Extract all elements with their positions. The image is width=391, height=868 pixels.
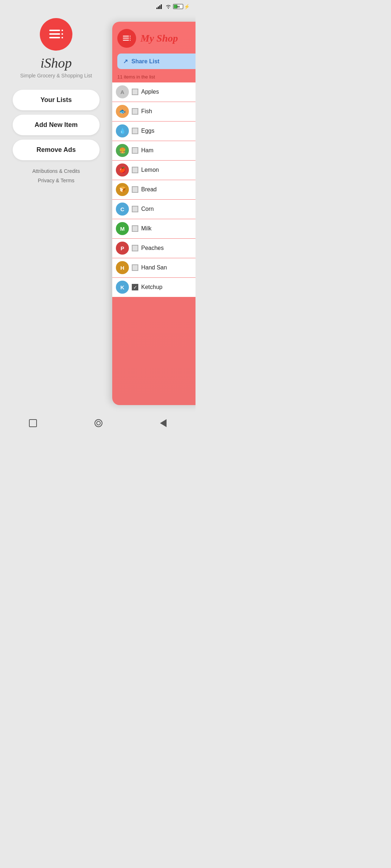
items-count: 11 items in the list <box>112 73 196 82</box>
list-icon <box>47 25 65 43</box>
nav-home-button[interactable] <box>94 419 102 427</box>
list-item[interactable]: 🐟Fish <box>112 102 196 121</box>
circle-icon <box>94 419 102 427</box>
svg-rect-8 <box>62 33 63 35</box>
item-avatar: 🍔 <box>116 144 129 157</box>
privacy-link[interactable]: Privacy & Terms <box>38 178 75 183</box>
svg-rect-4 <box>49 30 60 31</box>
list-item[interactable]: HHand San <box>112 258 196 277</box>
list-item[interactable]: CCorn <box>112 200 196 219</box>
svg-rect-14 <box>130 38 130 38</box>
list-item[interactable]: MMilk <box>112 219 196 238</box>
item-name: Ham <box>141 147 196 154</box>
svg-rect-12 <box>123 40 129 41</box>
item-checkbox[interactable] <box>132 186 138 193</box>
item-name: Milk <box>141 225 196 232</box>
list-item[interactable]: 🍎Lemon <box>112 161 196 180</box>
item-name: Lemon <box>141 167 196 173</box>
list-item[interactable]: 💧Eggs <box>112 122 196 141</box>
list-item[interactable]: PPeaches <box>112 239 196 258</box>
status-icons: 38 ⚡ <box>156 4 190 9</box>
battery-icon: 38 <box>173 4 183 9</box>
battery-container: 38 ⚡ <box>173 4 190 9</box>
item-name: Peaches <box>141 245 196 251</box>
item-avatar: 🐟 <box>116 105 129 118</box>
your-lists-button[interactable]: Your Lists <box>13 90 100 110</box>
list-item[interactable]: AApples <box>112 82 196 102</box>
list-item[interactable]: 🍞Bread <box>112 180 196 199</box>
right-panel: My Shop ↗ Share List 11 items in the lis… <box>112 22 196 405</box>
app-name: iShop <box>41 55 72 71</box>
item-name: Corn <box>141 206 196 212</box>
item-avatar: H <box>116 261 129 274</box>
list-item[interactable]: K✓Ketchup <box>112 278 196 297</box>
item-checkbox[interactable] <box>132 108 138 115</box>
svg-rect-6 <box>49 37 60 38</box>
wifi-icon <box>165 4 172 9</box>
svg-rect-7 <box>62 30 63 31</box>
item-checkbox[interactable]: ✓ <box>132 284 138 290</box>
item-checkbox[interactable] <box>132 147 138 154</box>
svg-rect-2 <box>159 5 160 9</box>
item-checkbox[interactable] <box>132 264 138 271</box>
item-avatar: 🍎 <box>116 163 129 176</box>
item-avatar: K <box>116 281 129 294</box>
item-checkbox[interactable] <box>132 128 138 134</box>
right-logo <box>117 29 136 48</box>
add-new-item-button[interactable]: Add New Item <box>13 115 100 135</box>
item-avatar: C <box>116 203 129 216</box>
right-title: My Shop <box>140 33 178 44</box>
nav-bar <box>0 412 196 434</box>
item-name: Eggs <box>141 128 196 134</box>
item-name: Hand San <box>141 264 196 271</box>
triangle-icon <box>160 419 167 427</box>
item-name: Apples <box>141 89 196 95</box>
right-list-icon <box>122 33 132 43</box>
share-label: Share List <box>131 58 159 65</box>
svg-rect-3 <box>161 4 162 9</box>
app-tagline: Simple Grocery & Shopping List <box>20 72 92 80</box>
app-logo <box>40 18 72 51</box>
share-icon: ↗ <box>123 58 128 65</box>
item-avatar: 🍞 <box>116 183 129 196</box>
svg-rect-5 <box>49 33 60 35</box>
right-header: My Shop <box>112 22 196 51</box>
charging-icon: ⚡ <box>184 4 190 9</box>
svg-rect-9 <box>62 37 63 38</box>
nav-back-button[interactable] <box>29 419 37 427</box>
item-avatar: P <box>116 242 129 255</box>
item-name: Bread <box>141 186 196 193</box>
square-icon <box>29 419 37 427</box>
share-list-button[interactable]: ↗ Share List <box>117 54 196 69</box>
item-checkbox[interactable] <box>132 225 138 232</box>
item-avatar: M <box>116 222 129 235</box>
item-avatar: A <box>116 85 129 98</box>
svg-rect-0 <box>156 8 157 9</box>
svg-rect-10 <box>123 36 129 37</box>
svg-rect-11 <box>123 38 129 38</box>
remove-ads-button[interactable]: Remove Ads <box>13 140 100 160</box>
item-checkbox[interactable] <box>132 89 138 95</box>
nav-recent-button[interactable] <box>160 419 167 427</box>
item-name: Fish <box>141 108 196 115</box>
items-list: AApples🐟Fish💧Eggs🍔Ham🍎Lemon🍞BreadCCornMM… <box>112 82 196 297</box>
item-avatar: 💧 <box>116 124 129 137</box>
list-item[interactable]: 🍔Ham <box>112 141 196 160</box>
item-checkbox[interactable] <box>132 167 138 173</box>
svg-rect-1 <box>158 7 159 9</box>
svg-rect-15 <box>130 40 130 41</box>
item-checkbox[interactable] <box>132 245 138 251</box>
svg-rect-13 <box>130 36 130 37</box>
attributions-link[interactable]: Attributions & Credits <box>32 168 80 174</box>
item-checkbox[interactable] <box>132 206 138 212</box>
item-name: Ketchup <box>141 284 196 290</box>
signal-icon <box>156 4 164 9</box>
left-panel: iShop Simple Grocery & Shopping List You… <box>0 0 112 434</box>
